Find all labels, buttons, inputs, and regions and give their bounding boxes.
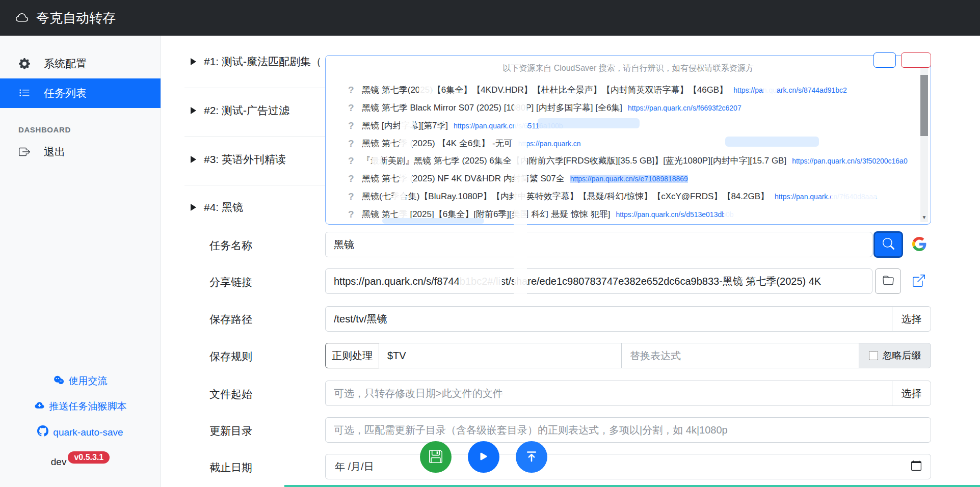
redaction-blur bbox=[400, 174, 412, 185]
version-badge: v0.5.3.1 bbox=[68, 451, 110, 464]
calendar-icon[interactable] bbox=[911, 461, 921, 473]
regex-mode-button[interactable]: 正则处理 bbox=[325, 343, 379, 368]
open-external-button[interactable] bbox=[906, 268, 931, 294]
arrow-to-top-icon bbox=[525, 450, 538, 465]
task-row-1[interactable]: #1: 测试-魔法匹配剧集（ bbox=[191, 54, 322, 69]
app-brand: 夸克自动转存 bbox=[14, 9, 116, 27]
task-name-input[interactable] bbox=[325, 232, 872, 257]
regex-pattern-input[interactable] bbox=[379, 343, 622, 368]
play-icon bbox=[477, 450, 490, 465]
save-path-choose-button[interactable]: 选择 bbox=[892, 306, 931, 332]
redaction-blur bbox=[763, 87, 777, 95]
file-start-choose-button[interactable]: 选择 bbox=[892, 381, 931, 406]
link-push-userscript[interactable]: 推送任务油猴脚本 bbox=[34, 400, 127, 413]
link-github-repo[interactable]: quark-auto-save bbox=[37, 425, 123, 439]
link-chat-group[interactable]: 使用交流 bbox=[54, 374, 108, 388]
date-placeholder: 年 /月/日 bbox=[335, 460, 374, 474]
scroll-to-top-button[interactable] bbox=[516, 441, 547, 473]
sidebar-item-system-config[interactable]: 系统配置 bbox=[0, 49, 161, 78]
search-result-row[interactable]: ? 黑镜 第七季 Black Mirror S07 (2025) [1080P]… bbox=[348, 99, 914, 117]
search-result-row[interactable]: ? 黑镜 第七季(2025)【6集全】【4KDV.HDR】【杜杜比全景声】【内封… bbox=[348, 81, 914, 99]
floppy-save-icon bbox=[429, 450, 442, 465]
search-result-row[interactable]: ? 『最新美剧』黑镜 第七季 (2025) 6集全【内附前六季[FRDS收藏版]… bbox=[348, 152, 914, 170]
redaction-blur bbox=[400, 139, 412, 150]
question-icon: ? bbox=[348, 155, 356, 167]
link-label: 推送任务油猴脚本 bbox=[49, 400, 127, 413]
result-link[interactable]: https://pan.quark.cn/s/f6693f2c6207 bbox=[628, 104, 741, 112]
task-label: #3: 英语外刊精读 bbox=[204, 152, 286, 167]
field-label-save-rule: 保存规则 bbox=[209, 349, 252, 364]
question-icon: ? bbox=[348, 138, 356, 149]
version-line: devv0.5.3.1 bbox=[51, 451, 110, 469]
sidebar-item-task-list[interactable]: 任务列表 bbox=[0, 78, 161, 108]
sidebar-item-label: 退出 bbox=[44, 145, 65, 159]
task-row-4[interactable]: #4: 黑镜 bbox=[191, 200, 243, 215]
regex-replace-input[interactable] bbox=[621, 343, 859, 368]
task-row-2[interactable]: #2: 测试-广告过滤 bbox=[191, 103, 289, 118]
result-link[interactable]: https://pan.quark.cn/s/e71089818869 bbox=[570, 175, 688, 183]
redaction-blur bbox=[459, 275, 502, 287]
caret-right-icon bbox=[191, 204, 196, 211]
field-label-task-name: 任务名称 bbox=[209, 238, 252, 253]
search-button[interactable] bbox=[873, 231, 903, 258]
scroll-down-icon[interactable]: ▼ bbox=[920, 213, 928, 222]
task-label: #2: 测试-广告过滤 bbox=[204, 103, 289, 118]
redaction-blur bbox=[514, 94, 527, 297]
result-link[interactable]: https://pan.quark.cn/s/3f50200c16a0 bbox=[792, 157, 908, 165]
sidebar-section-label: DASHBOARD bbox=[18, 125, 161, 134]
task-label: #1: 测试-魔法匹配剧集（ bbox=[204, 55, 322, 69]
result-title: 黑镜 第七季 (2025) NF 4K DV&HDR 内封简繁 S07全 bbox=[362, 173, 565, 184]
share-link-input[interactable] bbox=[325, 268, 872, 294]
redaction-blur bbox=[372, 155, 382, 167]
result-title: 黑镜 第七季(2025)【6集全】【4KDV.HDR】【杜杜比全景声】【内封简英… bbox=[362, 84, 728, 96]
sidebar-menu: 系统配置 任务列表 bbox=[0, 49, 161, 108]
redaction-blur bbox=[538, 118, 640, 128]
save-task-button[interactable] bbox=[420, 441, 452, 473]
result-link[interactable]: https://pan.quark.cn/s/d513e013db0b bbox=[616, 210, 733, 219]
field-label-share-link: 分享链接 bbox=[209, 275, 252, 289]
cloud-icon bbox=[14, 12, 30, 24]
sidebar: 系统配置 任务列表 DASHBOARD 退出 使用交流 bbox=[0, 36, 161, 487]
result-title: 『最新美剧』黑镜 第七季 (2025) 6集全【内附前六季[FRDS收藏版][3… bbox=[362, 155, 786, 167]
sidebar-item-label: 任务列表 bbox=[44, 86, 87, 100]
caret-right-icon bbox=[191, 107, 196, 114]
result-link[interactable]: https://pan.quark.cn/s/8744ad91bc2 bbox=[733, 86, 847, 94]
outline-button-blue[interactable] bbox=[873, 52, 896, 68]
google-icon bbox=[912, 237, 926, 253]
question-icon: ? bbox=[348, 209, 356, 220]
version-prefix: dev bbox=[51, 456, 67, 467]
redaction-blur bbox=[382, 218, 484, 224]
file-start-input[interactable] bbox=[325, 381, 892, 406]
task-label: #4: 黑镜 bbox=[204, 200, 243, 214]
sidebar-item-logout[interactable]: 退出 bbox=[0, 137, 161, 167]
wechat-icon bbox=[54, 375, 64, 387]
save-path-input[interactable] bbox=[325, 306, 892, 332]
app-title: 夸克自动转存 bbox=[36, 9, 116, 27]
folder-icon bbox=[883, 275, 894, 288]
field-label-save-path: 保存路径 bbox=[209, 312, 252, 327]
dropdown-scrollbar-thumb[interactable] bbox=[920, 75, 928, 136]
field-label-end-date: 截止日期 bbox=[209, 461, 252, 475]
folder-button[interactable] bbox=[875, 268, 901, 294]
dropdown-notice: 以下资源来自 CloudSaver 搜索，请自行辨识，如有侵权请联系资源方 bbox=[326, 63, 931, 74]
search-result-row[interactable]: ? 黑镜(七季合集)【BluRay.1080P】【内封中英特效字幕】【悬疑/科幻… bbox=[348, 187, 914, 205]
caret-right-icon bbox=[191, 156, 196, 163]
google-search-button[interactable] bbox=[907, 232, 931, 257]
topbar: 夸克自动转存 bbox=[0, 0, 980, 36]
redaction-blur bbox=[725, 137, 819, 147]
run-task-button[interactable] bbox=[468, 441, 499, 473]
result-title: 黑镜(七季合集)【BluRay.1080P】【内封中英特效字幕】【悬疑/科幻/惊… bbox=[362, 191, 769, 202]
end-date-input[interactable]: 年 /月/日 bbox=[325, 454, 931, 479]
search-icon bbox=[883, 238, 894, 251]
search-result-row[interactable]: ? 黑镜 第七季 (2025) 【4K 全6集】 -无可 https://pan… bbox=[348, 134, 914, 152]
update-dirs-input[interactable] bbox=[325, 417, 931, 443]
question-icon: ? bbox=[348, 120, 356, 131]
outline-button-red[interactable] bbox=[901, 52, 931, 68]
cloud-plus-icon bbox=[34, 401, 45, 413]
redaction-blur bbox=[400, 120, 413, 131]
result-link[interactable]: https://pan.quark.cn bbox=[518, 140, 581, 148]
search-result-row[interactable]: ? 黑镜 第七季 (2025) NF 4K DV&HDR 内封简繁 S07全 h… bbox=[348, 170, 914, 187]
redaction-blur bbox=[419, 85, 432, 96]
ignore-extension-checkbox[interactable] bbox=[869, 351, 878, 360]
task-row-3[interactable]: #3: 英语外刊精读 bbox=[191, 152, 286, 167]
